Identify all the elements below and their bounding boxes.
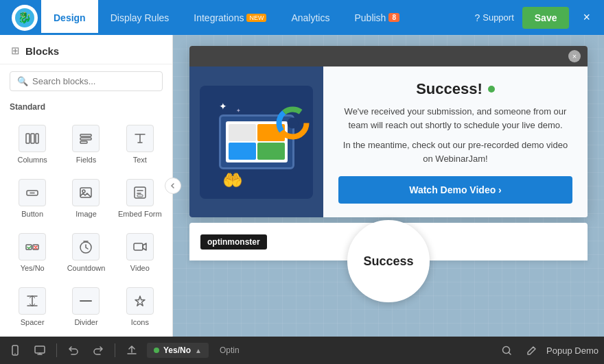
- video-block-icon: [126, 233, 154, 260]
- divider-block-icon: [72, 287, 100, 315]
- tab-design[interactable]: Design: [41, 0, 98, 35]
- svg-rect-15: [134, 243, 143, 250]
- edit-bottom-icon[interactable]: [522, 341, 541, 360]
- svg-point-22: [14, 353, 16, 354]
- blocks-grid: Columns Fields: [0, 117, 172, 334]
- image-block-icon: [72, 179, 100, 206]
- popup-text-side: Success! We've received your submission,…: [323, 66, 588, 217]
- spacer-block-icon: [19, 287, 46, 315]
- svg-rect-3: [80, 134, 91, 136]
- yes-no-dot: [154, 348, 159, 353]
- block-label-button: Button: [21, 210, 43, 218]
- support-link[interactable]: ? Support: [474, 12, 513, 23]
- countdown-block-icon: [72, 233, 100, 260]
- svg-rect-0: [26, 134, 30, 143]
- search-bottom-icon[interactable]: [497, 341, 516, 360]
- svg-point-20: [287, 118, 298, 129]
- block-item-divider[interactable]: Divider: [59, 280, 113, 334]
- block-item-columns[interactable]: Columns: [5, 117, 59, 171]
- search-box: 🔍: [0, 64, 172, 98]
- popup-content: ✦ ✦ 🤲 Success! We've received your s: [189, 66, 588, 217]
- block-item-image[interactable]: Image: [59, 171, 113, 226]
- tab-integrations[interactable]: Integrations NEW: [181, 0, 279, 35]
- popup-close-button[interactable]: ×: [568, 50, 581, 62]
- yes-no-block-icon: [19, 233, 46, 260]
- yes-no-selector[interactable]: Yes/No ▲: [147, 343, 209, 358]
- canvas-area: ×: [173, 35, 604, 337]
- block-label-icons: Icons: [131, 318, 149, 326]
- svg-rect-23: [35, 346, 45, 353]
- svg-point-9: [82, 190, 85, 193]
- block-item-button[interactable]: Button: [5, 171, 59, 226]
- svg-rect-2: [36, 134, 38, 143]
- sidebar-header: ⊞ Blocks: [0, 35, 172, 64]
- search-input[interactable]: [32, 76, 155, 86]
- upload-icon[interactable]: [122, 341, 141, 360]
- success-message: We've received your submission, and some…: [338, 105, 572, 132]
- bottom-optin-label: Optin: [214, 345, 245, 355]
- svg-rect-1: [31, 134, 34, 143]
- block-label-image: Image: [76, 210, 97, 218]
- block-label-divider: Divider: [74, 318, 97, 326]
- block-item-spacer[interactable]: Spacer: [5, 280, 59, 334]
- tab-display-rules[interactable]: Display Rules: [98, 0, 182, 35]
- yes-no-label: Yes/No: [163, 345, 191, 355]
- block-item-icons[interactable]: Icons: [113, 280, 167, 334]
- main-layout: ⊞ Blocks 🔍 Standard: [0, 35, 604, 337]
- block-label-yes-no: Yes/No: [21, 264, 45, 272]
- tab-publish[interactable]: Publish 8: [342, 0, 411, 35]
- desktop-icon[interactable]: [30, 341, 49, 360]
- divider-2: [115, 343, 115, 357]
- success-dot: [488, 86, 495, 93]
- sidebar: ⊞ Blocks 🔍 Standard: [0, 35, 173, 337]
- close-button[interactable]: ×: [577, 8, 596, 27]
- block-item-yes-no[interactable]: Yes/No: [5, 226, 59, 280]
- sidebar-wrap: ⊞ Blocks 🔍 Standard: [0, 35, 173, 337]
- watch-demo-button[interactable]: Watch Demo Video ›: [338, 176, 572, 204]
- popup-container: ×: [189, 46, 588, 217]
- button-block-icon: [19, 179, 46, 206]
- icons-block-icon: [126, 287, 154, 315]
- undo-icon[interactable]: [64, 341, 83, 360]
- save-button[interactable]: Save: [522, 7, 570, 29]
- sidebar-collapse-button[interactable]: [165, 178, 181, 194]
- success-title: Success!: [416, 80, 495, 98]
- app-logo[interactable]: 🐉: [8, 1, 41, 34]
- popup-demo-label: Popup Demo: [546, 345, 599, 356]
- block-label-columns: Columns: [17, 156, 47, 164]
- block-item-text[interactable]: Text: [113, 117, 167, 171]
- divider-1: [56, 343, 57, 357]
- block-item-countdown[interactable]: Countdown: [59, 226, 113, 280]
- popup-image-side: ✦ ✦ 🤲: [189, 66, 323, 217]
- block-item-fields[interactable]: Fields: [59, 117, 113, 171]
- fields-block-icon: [72, 125, 100, 152]
- mobile-icon[interactable]: [5, 341, 25, 360]
- block-label-video: Video: [130, 264, 150, 272]
- top-navigation: 🐉 Design Display Rules Integrations NEW …: [0, 0, 604, 35]
- publish-badge: 8: [388, 13, 399, 22]
- standard-section-label: Standard: [0, 98, 172, 117]
- block-label-embed-form: Embed Form: [118, 210, 162, 218]
- tab-analytics[interactable]: Analytics: [279, 0, 342, 35]
- yes-no-arrow: ▲: [195, 347, 202, 354]
- success-sub-message: In the meantime, check out our pre-recor…: [338, 138, 572, 165]
- blocks-icon: ⊞: [11, 45, 20, 57]
- svg-rect-11: [137, 195, 143, 197]
- integrations-new-badge: NEW: [246, 14, 266, 22]
- nav-right-actions: ? Support Save ×: [474, 7, 596, 29]
- block-item-video[interactable]: Video: [113, 226, 167, 280]
- optinmonster-logo: optinmonster: [200, 234, 267, 250]
- block-label-text: Text: [133, 156, 147, 164]
- text-block-icon: [126, 125, 154, 152]
- bottom-bar: Yes/No ▲ Optin Popup Demo: [0, 337, 604, 364]
- block-label-spacer: Spacer: [21, 318, 45, 326]
- popup-top-bar: ×: [189, 46, 588, 66]
- search-icon: 🔍: [17, 76, 28, 86]
- embed-form-block-icon: [126, 179, 154, 206]
- block-label-fields: Fields: [76, 156, 96, 164]
- search-input-wrap[interactable]: 🔍: [10, 71, 163, 91]
- redo-icon[interactable]: [89, 341, 108, 360]
- columns-block-icon: [19, 125, 46, 152]
- block-item-embed-form[interactable]: Embed Form: [113, 171, 167, 226]
- bottom-right: Popup Demo: [497, 341, 599, 360]
